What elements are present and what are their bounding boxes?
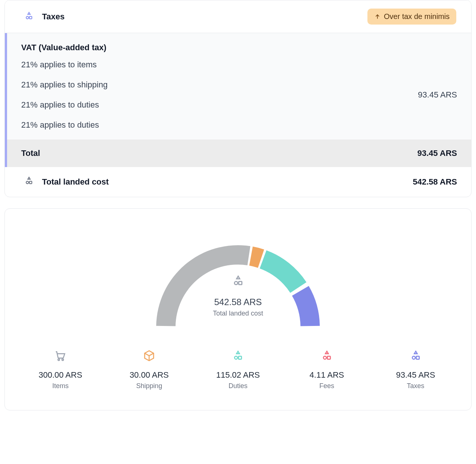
package-icon xyxy=(109,349,190,362)
svg-point-0 xyxy=(26,16,29,19)
legend-amount: 93.45 ARS xyxy=(375,370,456,380)
svg-rect-5 xyxy=(238,281,242,285)
svg-point-10 xyxy=(323,356,326,359)
legend-item-duties: 115.02 ARS Duties xyxy=(197,349,279,390)
vat-line: 21% applies to duties xyxy=(21,120,107,130)
legend-item-fees: 4.11 ARS Fees xyxy=(286,349,367,390)
svg-rect-11 xyxy=(327,356,330,359)
legend-item-shipping: 30.00 ARS Shipping xyxy=(109,349,190,390)
vat-amount: 93.45 ARS xyxy=(418,90,457,100)
shapes-icon xyxy=(232,275,244,289)
svg-point-12 xyxy=(412,356,415,359)
svg-rect-3 xyxy=(29,181,32,184)
landed-cost-row: Total landed cost 542.58 ARS xyxy=(5,167,471,197)
legend-label: Items xyxy=(20,382,101,390)
legend-amount: 300.00 ARS xyxy=(20,370,101,380)
shapes-icon xyxy=(286,349,367,362)
gauge-amount: 542.58 ARS xyxy=(213,297,263,307)
svg-point-2 xyxy=(26,181,29,184)
chart-legend: 300.00 ARS Items 30.00 ARS Shipping xyxy=(20,349,456,390)
vat-title: VAT (Value-added tax) xyxy=(21,43,457,52)
cart-icon xyxy=(20,349,101,362)
badge-text: Over tax de minimis xyxy=(384,12,450,21)
shapes-icon xyxy=(197,349,279,362)
svg-point-7 xyxy=(62,359,64,361)
svg-point-8 xyxy=(235,356,238,359)
shapes-icon xyxy=(375,349,456,362)
legend-amount: 115.02 ARS xyxy=(197,370,279,380)
legend-label: Shipping xyxy=(109,382,190,390)
svg-rect-13 xyxy=(416,356,419,359)
svg-rect-1 xyxy=(29,16,32,19)
gauge-chart: 542.58 ARS Total landed cost xyxy=(138,227,338,331)
vat-lines: 21% applies to items 21% applies to ship… xyxy=(21,60,107,130)
gauge-wrap: 542.58 ARS Total landed cost xyxy=(20,227,456,331)
taxes-accent-block: VAT (Value-added tax) 21% applies to ite… xyxy=(5,33,471,167)
legend-label: Duties xyxy=(197,382,279,390)
legend-amount: 30.00 ARS xyxy=(109,370,190,380)
legend-label: Taxes xyxy=(375,382,456,390)
legend-label: Fees xyxy=(286,382,367,390)
vat-line: 21% applies to shipping xyxy=(21,80,107,90)
vat-block: VAT (Value-added tax) 21% applies to ite… xyxy=(7,33,471,140)
svg-point-6 xyxy=(58,359,60,361)
svg-rect-9 xyxy=(238,356,241,359)
tax-total-row: Total 93.45 ARS xyxy=(7,140,471,167)
taxes-card: Taxes Over tax de minimis VAT (Value-add… xyxy=(4,0,472,197)
landed-cost-chart-card: 542.58 ARS Total landed cost 300.00 ARS … xyxy=(4,208,472,410)
shapes-icon xyxy=(24,176,34,188)
taxes-title: Taxes xyxy=(42,12,65,22)
gauge-label: Total landed cost xyxy=(213,310,263,317)
shapes-icon xyxy=(24,11,34,22)
tax-total-label: Total xyxy=(21,148,40,158)
vat-line: 21% applies to items xyxy=(21,60,107,70)
svg-point-4 xyxy=(234,281,238,285)
vat-line: 21% applies to duties xyxy=(21,100,107,110)
landed-cost-amount: 542.58 ARS xyxy=(413,177,457,187)
tax-de-minimis-badge: Over tax de minimis xyxy=(367,9,456,25)
legend-item-items: 300.00 ARS Items xyxy=(20,349,101,390)
tax-total-amount: 93.45 ARS xyxy=(417,148,457,158)
taxes-header: Taxes Over tax de minimis xyxy=(5,0,471,33)
legend-item-taxes: 93.45 ARS Taxes xyxy=(375,349,456,390)
arrow-up-icon xyxy=(374,13,381,20)
gauge-center: 542.58 ARS Total landed cost xyxy=(213,275,263,317)
legend-amount: 4.11 ARS xyxy=(286,370,367,380)
landed-cost-label: Total landed cost xyxy=(42,177,109,187)
